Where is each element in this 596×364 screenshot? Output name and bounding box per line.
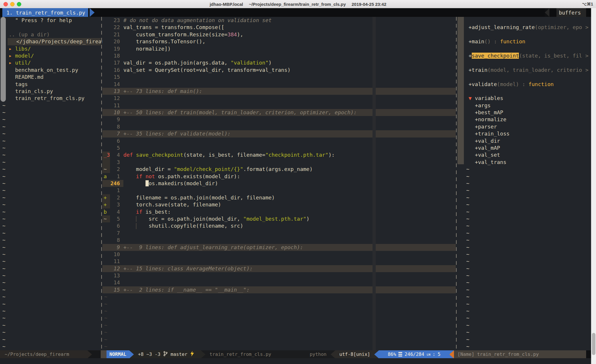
indent-guide (136, 216, 136, 222)
fold-line[interactable]: 10+-- 50 lines: def train(model, train_l… (102, 109, 456, 116)
tree-item-file[interactable]: README.md (0, 74, 102, 81)
tilde-marker: ~ (2, 279, 6, 286)
code-line[interactable]: 3 (102, 159, 456, 166)
sign-column-cell (102, 279, 110, 286)
tilde-marker: ~ (2, 152, 6, 158)
fold-line[interactable]: 7+-- 35 lines: def validate(model): (102, 130, 456, 137)
close-button[interactable] (3, 2, 8, 6)
tilde-marker: ~ (2, 329, 6, 335)
tree-item-dir[interactable]: ▸ util/ (0, 59, 102, 66)
code-line[interactable]: 18 (102, 52, 456, 59)
minimize-button[interactable] (10, 2, 15, 6)
fold-line[interactable]: 15+-- 2 lines: if __name__ == "__main__"… (102, 286, 456, 293)
tag-item-function[interactable]: +save_checkpoint(state, is_best, fil> (465, 52, 591, 59)
tree-item-file[interactable]: train_cls.py (0, 88, 102, 95)
code-line[interactable]: 10 (102, 251, 456, 258)
tilde-marker: ~ (466, 216, 469, 222)
tree-root[interactable]: </jdhao/Projects/deep_firear› (8, 38, 101, 45)
code-line[interactable]: 246 os.makedirs(model_dir) (102, 180, 456, 187)
code-line[interactable]: b4 if is_best: (102, 208, 456, 215)
zoom-button[interactable] (17, 2, 21, 6)
code-line[interactable]: 23# do not do data augmentation on valid… (102, 17, 456, 24)
line-number: 12 (110, 265, 123, 272)
empty-line: ~ (0, 315, 102, 322)
code-line[interactable]: 1 (102, 187, 456, 194)
tag-item-variable[interactable]: +train_loss (465, 130, 591, 137)
code-line[interactable]: 6 shutil.copyfile(filename, src) (102, 222, 456, 229)
tag-item-variable[interactable]: +best_mAP (465, 109, 591, 116)
tag-item-variable[interactable]: +args (465, 102, 591, 109)
code-line[interactable]: ~2 model_dir = "model/check_point/{}".fo… (102, 166, 456, 173)
tag-variable-label: +train_loss (469, 131, 510, 137)
code-text: +-- 9 lines: def adjust_learning_rate(op… (123, 244, 303, 250)
code-line[interactable]: a1 if not os.path.exists(model_dir): (102, 173, 456, 180)
window-separator-left[interactable] (101, 17, 102, 350)
code-line[interactable]: 14 (102, 279, 456, 286)
tagbar-scrollbar-thumb[interactable] (457, 17, 464, 164)
tree-up-dir[interactable]: .. (up a dir) (0, 31, 102, 38)
command-line[interactable] (0, 358, 596, 364)
right-scrollbar-thumb[interactable] (592, 333, 595, 355)
sign-column-cell (102, 95, 110, 102)
tilde-marker: ~ (2, 131, 6, 137)
tag-item-variable[interactable]: +val_set (465, 151, 591, 158)
empty-line: ~ (0, 109, 102, 116)
code-line[interactable]: 19 normalize]) (102, 45, 456, 52)
line-number: 246 (110, 180, 123, 187)
empty-line: ~ (0, 123, 102, 130)
tag-item-function[interactable]: +validate(model) : function (465, 81, 591, 88)
code-line[interactable]: 6 (102, 138, 456, 144)
tab-current[interactable]: 1. train_retr_from_cls.py (2, 8, 88, 17)
tag-item-function[interactable]: +adjust_learning_rate(optimizer, epo> (465, 24, 591, 31)
tag-item-variable[interactable]: +normalize (465, 116, 591, 123)
empty-line: ~ (0, 194, 102, 201)
fold-line[interactable]: 9+-- 9 lines: def adjust_learning_rate(o… (102, 244, 456, 251)
code-line[interactable]: _34def save_checkpoint(state, is_best, f… (102, 151, 456, 158)
code-line[interactable]: ~5 src = os.path.join(model_dir, "model_… (102, 215, 456, 222)
code-line[interactable]: 8 (102, 123, 456, 130)
code-line[interactable]: 11 (102, 102, 456, 109)
tag-item-variable[interactable]: +val_mAP (465, 144, 591, 151)
code-line[interactable]: 14 (102, 81, 456, 88)
tree-item-file[interactable]: train_retr_from_cls.py (0, 95, 102, 102)
code-line[interactable]: 15 (102, 74, 456, 81)
tag-item-function[interactable]: +train(model, train_loader, criterio> (465, 67, 591, 74)
code-line[interactable]: 16val_set = QuerySet(root=val_dir, trans… (102, 67, 456, 74)
tag-item-variable[interactable]: +val_trans (465, 159, 591, 166)
tag-kind-header[interactable]: ▼ variables (465, 95, 591, 102)
code-line[interactable]: 5 (102, 144, 456, 151)
empty-line: ~ (465, 336, 591, 343)
code-line[interactable]: 9 (102, 116, 456, 123)
fold-line[interactable]: 13+-- 73 lines: def main(): (102, 88, 456, 95)
file-path: ~/Projects/deep_firearm/train_retr_from_… (249, 2, 346, 7)
nerdtree-scrollbar-thumb[interactable] (1, 17, 6, 102)
code-line[interactable]: 20 transforms.ToTensor(), (102, 38, 456, 45)
code-line[interactable]: 8 (102, 237, 456, 244)
code-line[interactable]: 17val_dir = os.path.join(args.data, "val… (102, 59, 456, 66)
tree-item-dir[interactable]: ▸ libs/ (0, 45, 102, 52)
empty-line (465, 88, 591, 95)
tag-item-variable[interactable]: +val_dir (465, 138, 591, 144)
code-line[interactable]: 22val_trans = transforms.Compose([ (102, 24, 456, 31)
empty-line: ~ (465, 329, 591, 336)
fold-line[interactable]: 12+-- 15 lines: class AverageMeter(objec… (102, 265, 456, 272)
tag-function-name: main (472, 38, 484, 44)
buffers-label[interactable]: buffers (556, 8, 586, 17)
tree-dir-label: libs/ (15, 46, 31, 52)
tree-item-file[interactable]: benchmark_on_test.py (0, 67, 102, 74)
tag-item-variable[interactable]: +parser (465, 123, 591, 130)
tree-item-file[interactable]: tags (0, 81, 102, 88)
code-line[interactable]: 21 custom_transform.Resize(size=384), (102, 31, 456, 38)
code-line[interactable]: 12 (102, 95, 456, 102)
code-line[interactable]: 11 (102, 258, 456, 265)
window-separator-right[interactable] (456, 17, 457, 350)
code-line[interactable]: 13 (102, 272, 456, 279)
tag-item-function[interactable]: +main() : function (465, 38, 591, 45)
tree-item-dir[interactable]: ▸ model/ (0, 52, 102, 59)
right-scrollbar-track[interactable] (591, 8, 596, 364)
code-line[interactable]: 7 (102, 230, 456, 237)
empty-line: ~ (0, 215, 102, 222)
code-line[interactable]: +3 torch.save(state, filename) (102, 201, 456, 208)
tab-shortcut-hint: ⌥⌘1 (582, 0, 593, 8)
code-line[interactable]: +2 filename = os.path.join(model_dir, fi… (102, 194, 456, 201)
